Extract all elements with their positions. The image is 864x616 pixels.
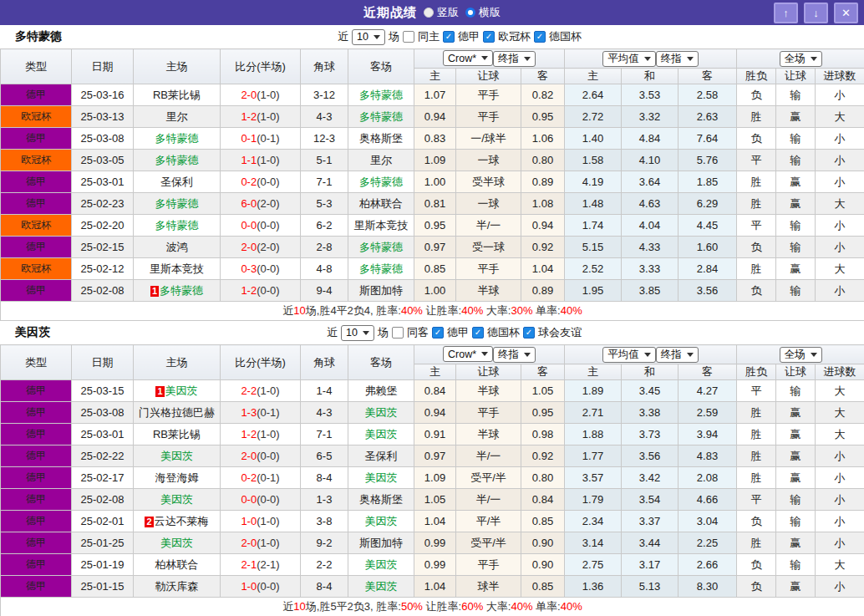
odds-home: 1.00 [414,171,456,193]
home-team: 美因茨 [134,532,221,554]
close-button[interactable]: ✕ [834,3,858,23]
avg-away: 2.59 [678,402,737,424]
halftime-score: (2-1) [257,558,279,571]
odds-time-select[interactable]: 终指 [493,51,536,67]
league-checkbox[interactable]: ✓ [432,327,444,339]
corners: 6-5 [301,445,348,467]
move-down-button[interactable]: ↓ [804,3,828,23]
radio-horizontal-label: 横版 [479,5,501,20]
fulltime-score: 2-1 [241,558,257,571]
chevron-down-icon [687,57,694,61]
odds-handicap: 平手 [456,84,521,106]
avg-home: 1.40 [565,128,622,150]
recent-count-select[interactable]: 10 [341,325,374,341]
league-checkbox[interactable]: ✓ [443,31,455,43]
league-filter-label: 德甲 [447,325,469,340]
away-team-name: 里斯本竞技 [354,219,409,232]
league-checkbox[interactable]: ✓ [523,327,535,339]
sub-column-header: 客 [521,364,565,380]
recent-count-select[interactable]: 10 [352,29,385,45]
odds-away: 0.98 [521,424,565,445]
same-venue-label: 同客 [407,325,429,340]
avg-draw: 4.63 [622,193,678,215]
avg-time-select[interactable]: 终指 [656,347,699,363]
result-outcome: 负 [737,576,776,598]
score: 2-0(1-0) [221,84,301,106]
same-venue-checkbox[interactable] [392,327,404,339]
avg-draw: 4.04 [622,215,678,237]
home-team: RB莱比锡 [134,84,221,106]
rank-badge: 1 [150,286,159,297]
fulltime-score: 0-2 [241,471,257,484]
odds-away: 0.92 [521,237,565,258]
match-date: 25-02-01 [72,511,134,532]
home-team-name: RB莱比锡 [153,89,201,101]
away-team: 奥格斯堡 [348,128,414,150]
same-venue-checkbox[interactable] [403,31,414,43]
result-handicap: 输 [776,128,816,150]
result-outcome: 负 [737,128,776,150]
away-team-name: 美因茨 [365,406,398,419]
odds-provider-select[interactable]: Crow* [443,346,493,362]
odds-home: 1.00 [414,280,456,302]
score: 0-0(0-0) [221,489,301,511]
home-team: 1多特蒙德 [134,280,221,302]
summary-segment: 让胜率: [423,304,461,317]
odds-handicap: 平手 [456,258,521,280]
avg-provider-select[interactable]: 平均值 [602,347,656,363]
league-filter-label: 欧冠杯 [498,29,531,44]
check-icon: ✓ [526,328,532,337]
corners: 3-12 [301,84,348,106]
layout-radio-horizontal[interactable]: 横版 [465,5,501,20]
home-team-name: RB莱比锡 [153,428,201,440]
result-outcome: 负 [737,280,776,302]
move-up-button[interactable]: ↑ [774,3,798,23]
match-row: 德甲25-03-08门兴格拉德巴赫1-3(0-1)4-3美因茨0.94平手0.9… [1,402,864,424]
home-team-name: 多特蒙德 [155,132,199,145]
avg-provider-select[interactable]: 平均值 [602,51,656,67]
avg-time-select-value: 终指 [661,52,682,66]
radio-unchecked-icon[interactable] [424,8,434,18]
league-checkbox[interactable]: ✓ [483,31,495,43]
odds-handicap: 受一球 [456,237,521,258]
avg-draw: 3.44 [622,532,678,554]
home-team: RB莱比锡 [134,424,221,445]
result-handicap: 输 [776,150,816,171]
result-outcome: 胜 [737,171,776,193]
rank-badge: 1 [155,386,164,397]
match-date: 25-02-22 [72,445,134,467]
halftime-score: (1-0) [257,428,279,440]
league-badge: 德甲 [1,128,72,150]
odds-time-select[interactable]: 终指 [493,347,536,363]
summary-row: 近10场,胜4平2负4, 胜率:40% 让胜率:40% 大率:30% 单率:40… [1,302,864,321]
halftime-score: (2-0) [257,241,279,253]
away-team: 多特蒙德 [348,171,414,193]
league-badge: 欧冠杯 [1,258,72,280]
avg-draw: 3.73 [622,424,678,445]
period-select[interactable]: 全场 [780,51,822,67]
away-team-name: 美因茨 [365,558,398,571]
league-checkbox[interactable]: ✓ [534,31,546,43]
avg-header-group: 平均值终指 [565,345,737,364]
league-badge: 德甲 [1,193,72,215]
radio-checked-icon[interactable] [465,8,475,18]
avg-away: 5.76 [678,150,737,171]
home-team-name: 多特蒙德 [155,154,199,166]
result-handicap: 赢 [776,258,816,280]
league-badge: 德甲 [1,84,72,106]
summary-segment: 单率: [532,304,560,317]
league-checkbox[interactable]: ✓ [472,327,484,339]
layout-radio-vertical[interactable]: 竖版 [424,5,459,20]
summary-segment: 场,胜5平2负3, 胜率: [306,600,401,613]
away-team: 美因茨 [348,554,414,576]
avg-draw: 3.54 [622,489,678,511]
period-select[interactable]: 全场 [780,347,822,363]
avg-time-select[interactable]: 终指 [656,51,699,67]
sub-column-header: 主 [414,364,456,380]
league-badge: 德甲 [1,445,72,467]
home-team-name: 美因茨 [160,450,193,462]
result-handicap: 输 [776,237,816,258]
odds-home: 0.99 [414,554,456,576]
away-team: 奥格斯堡 [348,489,414,511]
odds-provider-select[interactable]: Crow* [443,50,493,66]
